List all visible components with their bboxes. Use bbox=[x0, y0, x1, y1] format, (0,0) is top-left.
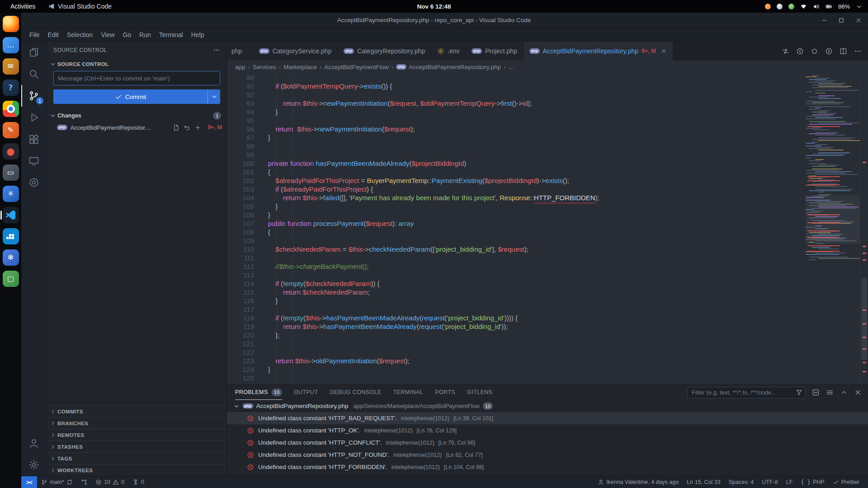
breadcrumb-item-AcceptBidPaymentFlow[interactable]: AcceptBidPaymentFlow bbox=[324, 64, 389, 70]
code-line[interactable]: 121 bbox=[227, 339, 806, 348]
code-line[interactable]: 96 return $this->newPaymentInitiation($r… bbox=[227, 125, 806, 133]
code-line[interactable]: 123 return $this->oldPaymentInitiation($… bbox=[227, 357, 806, 365]
maximize-panel-icon[interactable] bbox=[840, 389, 848, 396]
dock-item-app-blue[interactable]: ✳ bbox=[3, 186, 19, 202]
menu-item-go[interactable]: Go bbox=[118, 29, 135, 40]
dock-item-app-blue2[interactable]: ✻ bbox=[3, 249, 19, 266]
code-line[interactable]: 107 public function processPayment($requ… bbox=[227, 219, 806, 228]
sidebar-section-branches[interactable]: BRANCHES bbox=[47, 417, 226, 429]
commit-button[interactable]: Commit bbox=[53, 89, 220, 104]
code-line[interactable]: 113 bbox=[227, 271, 806, 279]
status-ports[interactable]: 0 bbox=[128, 476, 148, 488]
code-line[interactable]: 101 { bbox=[227, 168, 806, 176]
window-titlebar[interactable]: AcceptBidPaymentRepository.php - repo_co… bbox=[0, 13, 868, 28]
commit-message-input[interactable] bbox=[53, 71, 220, 85]
tab-AcceptBidPaymentRepository.php[interactable]: phpAcceptBidPaymentRepository.php9+, M bbox=[524, 42, 673, 61]
tray-indicator-orange-icon[interactable] bbox=[765, 4, 771, 9]
network-icon[interactable] bbox=[800, 3, 807, 10]
open-changes-icon[interactable] bbox=[782, 47, 789, 55]
panel-tab-terminal[interactable]: TERMINAL bbox=[393, 385, 423, 400]
status-commit-graph[interactable] bbox=[77, 476, 91, 488]
problems-filter-input[interactable] bbox=[687, 387, 806, 399]
status-formatter[interactable]: Prettier bbox=[829, 476, 863, 488]
code-line[interactable]: 99 bbox=[227, 150, 806, 159]
activity-item-accounts[interactable] bbox=[21, 432, 47, 454]
problem-row[interactable]: Undefined class constant 'HTTP_OK'.intel… bbox=[227, 424, 868, 436]
code-line[interactable]: 106 } bbox=[227, 211, 806, 219]
status-encoding[interactable]: UTF-8 bbox=[758, 476, 782, 488]
code-editor[interactable]: 9091 if ($oldPaymentTempQuery->exists())… bbox=[227, 73, 806, 385]
status-branch[interactable]: main* bbox=[37, 476, 77, 488]
code-line[interactable]: 115 return $checkNeededParam; bbox=[227, 288, 806, 296]
code-line[interactable]: 102 $alreadyPaidForThisProject = BuyerPa… bbox=[227, 176, 806, 185]
code-line[interactable]: 119 return $this->hasPaymentBeenMadeAlre… bbox=[227, 322, 806, 331]
activity-item-gitlens[interactable] bbox=[21, 172, 47, 193]
menu-item-run[interactable]: Run bbox=[135, 29, 155, 40]
menu-item-view[interactable]: View bbox=[97, 29, 118, 40]
dock-item-help[interactable]: ? bbox=[3, 80, 19, 96]
code-line[interactable]: 95 bbox=[227, 116, 806, 125]
select-target-icon[interactable] bbox=[811, 47, 818, 55]
battery-icon[interactable] bbox=[826, 3, 832, 10]
status-language[interactable]: { }PHP bbox=[797, 476, 828, 488]
code-line[interactable]: 108 { bbox=[227, 228, 806, 236]
problem-row[interactable]: Undefined class constant 'HTTP_BAD_REQUE… bbox=[227, 412, 868, 424]
view-as-table-icon[interactable] bbox=[826, 389, 834, 396]
close-tab-icon[interactable] bbox=[660, 48, 667, 54]
status-problems[interactable]: 100 bbox=[91, 476, 128, 488]
problem-row[interactable]: Undefined class constant 'HTTP_NOT_FOUND… bbox=[227, 449, 868, 461]
status-git-blame[interactable]: Ikenna Valentine, 4 days ago bbox=[594, 476, 683, 488]
code-line[interactable]: 98 bbox=[227, 142, 806, 150]
code-line[interactable]: 109 bbox=[227, 236, 806, 245]
tab-CategoryRepository.php[interactable]: phpCategoryRepository.php bbox=[338, 42, 431, 61]
code-line[interactable]: 124 } bbox=[227, 365, 806, 374]
volume-icon[interactable] bbox=[813, 3, 820, 10]
stage-changes-icon[interactable] bbox=[194, 124, 201, 131]
collapse-all-icon[interactable] bbox=[812, 389, 820, 396]
close-window-button[interactable] bbox=[855, 17, 862, 23]
activity-item-remote-explorer[interactable] bbox=[21, 150, 47, 172]
tray-indicator-green-icon[interactable] bbox=[788, 4, 794, 9]
more-actions-icon[interactable] bbox=[213, 47, 220, 54]
code-line[interactable]: 122 bbox=[227, 348, 806, 357]
dock-item-chat[interactable]: … bbox=[3, 37, 19, 53]
code-line[interactable]: 94 } bbox=[227, 108, 806, 116]
dock-item-screenshare[interactable]: ▭ bbox=[3, 164, 19, 181]
dock-item-chrome[interactable] bbox=[3, 101, 19, 117]
status-eol[interactable]: LF bbox=[782, 476, 797, 488]
panel-tab-debug-console[interactable]: DEBUG CONSOLE bbox=[330, 385, 382, 400]
breadcrumb-item-Marketplace[interactable]: Marketplace bbox=[283, 64, 317, 70]
sidebar-section-tags[interactable]: TAGS bbox=[47, 452, 226, 464]
changes-section-header[interactable]: Changes 1 bbox=[47, 110, 226, 122]
status-cursor-position[interactable]: Ln 15, Col 33 bbox=[683, 476, 724, 488]
dock-item-vscode[interactable] bbox=[3, 207, 19, 223]
panel-tab-problems[interactable]: PROBLEMS10 bbox=[235, 385, 282, 400]
commit-dropdown-button[interactable] bbox=[208, 89, 220, 104]
code-line[interactable]: 125 bbox=[227, 374, 806, 382]
menu-item-edit[interactable]: Edit bbox=[44, 29, 63, 40]
dock-item-firefox[interactable] bbox=[3, 16, 19, 32]
navigate-forward-icon[interactable] bbox=[825, 47, 833, 55]
tab-php[interactable]: php bbox=[227, 42, 253, 61]
sidebar-section-stashes[interactable]: STASHES bbox=[47, 441, 226, 452]
code-line[interactable]: 103 if ($alreadyPaidForThisProject) { bbox=[227, 185, 806, 193]
menu-item-selection[interactable]: Selection bbox=[63, 29, 97, 40]
dock-item-photos[interactable]: ● bbox=[3, 143, 19, 160]
menu-item-help[interactable]: Help bbox=[187, 29, 208, 40]
problem-row[interactable]: Undefined class constant 'HTTP_CONFLICT'… bbox=[227, 436, 868, 449]
status-remote[interactable]: >< bbox=[21, 476, 37, 488]
sidebar-section-remotes[interactable]: REMOTES bbox=[47, 429, 226, 441]
activity-item-search[interactable] bbox=[21, 63, 47, 85]
dock-item-boxes[interactable]: ▢ bbox=[3, 271, 19, 287]
maximize-button[interactable] bbox=[838, 17, 844, 23]
menu-item-file[interactable]: File bbox=[25, 29, 44, 40]
code-line[interactable]: 117 bbox=[227, 305, 806, 314]
split-editor-icon[interactable] bbox=[840, 47, 847, 55]
activity-item-source-control[interactable]: 1 bbox=[21, 85, 47, 107]
code-line[interactable]: 90 bbox=[227, 73, 806, 82]
code-line[interactable]: 97 } bbox=[227, 133, 806, 142]
activity-item-run-debug[interactable] bbox=[21, 107, 47, 128]
code-line[interactable]: 93 return $this->newPaymentInitiation($r… bbox=[227, 99, 806, 108]
focused-app[interactable]: Visual Studio Code bbox=[48, 3, 112, 10]
discard-changes-icon[interactable] bbox=[184, 124, 190, 131]
